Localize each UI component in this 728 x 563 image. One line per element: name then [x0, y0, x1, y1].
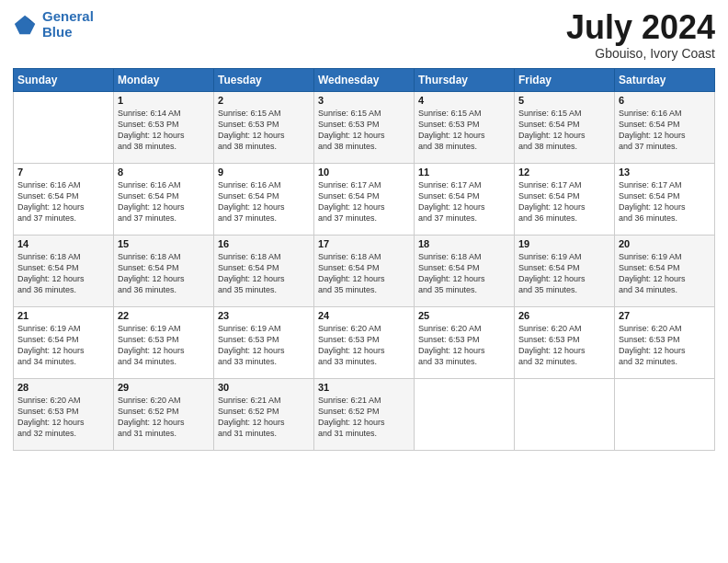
calendar-table: SundayMondayTuesdayWednesdayThursdayFrid…: [13, 68, 715, 451]
day-number: 5: [518, 95, 610, 106]
day-info: Sunrise: 6:17 AM Sunset: 6:54 PM Dayligh…: [418, 179, 510, 224]
day-header-monday: Monday: [114, 68, 214, 91]
day-header-thursday: Thursday: [415, 68, 515, 91]
day-number: 24: [318, 310, 410, 321]
calendar-cell: 13Sunrise: 6:17 AM Sunset: 6:54 PM Dayli…: [615, 163, 715, 235]
svg-marker-0: [15, 15, 35, 34]
day-number: 29: [118, 382, 210, 393]
day-number: 8: [118, 167, 210, 178]
calendar-cell: 22Sunrise: 6:19 AM Sunset: 6:53 PM Dayli…: [114, 306, 214, 378]
day-number: 7: [17, 167, 109, 178]
calendar-cell: 9Sunrise: 6:16 AM Sunset: 6:54 PM Daylig…: [214, 163, 314, 235]
calendar-cell: 12Sunrise: 6:17 AM Sunset: 6:54 PM Dayli…: [515, 163, 615, 235]
day-info: Sunrise: 6:18 AM Sunset: 6:54 PM Dayligh…: [318, 251, 410, 296]
calendar-cell: 14Sunrise: 6:18 AM Sunset: 6:54 PM Dayli…: [14, 235, 114, 306]
day-number: 26: [518, 310, 610, 321]
calendar-cell: 28Sunrise: 6:20 AM Sunset: 6:53 PM Dayli…: [14, 378, 114, 450]
day-number: 30: [218, 382, 310, 393]
day-info: Sunrise: 6:20 AM Sunset: 6:53 PM Dayligh…: [318, 323, 410, 368]
day-number: 27: [619, 310, 711, 321]
day-info: Sunrise: 6:19 AM Sunset: 6:54 PM Dayligh…: [518, 251, 610, 296]
day-info: Sunrise: 6:20 AM Sunset: 6:53 PM Dayligh…: [619, 323, 711, 368]
day-number: 28: [17, 382, 109, 393]
day-header-tuesday: Tuesday: [214, 68, 314, 91]
calendar-cell: 26Sunrise: 6:20 AM Sunset: 6:53 PM Dayli…: [515, 306, 615, 378]
week-row-5: 28Sunrise: 6:20 AM Sunset: 6:53 PM Dayli…: [14, 378, 715, 450]
day-number: 12: [518, 167, 610, 178]
day-info: Sunrise: 6:17 AM Sunset: 6:54 PM Dayligh…: [318, 179, 410, 224]
calendar-cell: [615, 378, 715, 450]
day-number: 2: [218, 95, 310, 106]
calendar-cell: 6Sunrise: 6:16 AM Sunset: 6:54 PM Daylig…: [615, 91, 715, 163]
day-header-sunday: Sunday: [14, 68, 114, 91]
calendar-cell: 8Sunrise: 6:16 AM Sunset: 6:54 PM Daylig…: [114, 163, 214, 235]
calendar-cell: 20Sunrise: 6:19 AM Sunset: 6:54 PM Dayli…: [615, 235, 715, 306]
day-info: Sunrise: 6:18 AM Sunset: 6:54 PM Dayligh…: [17, 251, 109, 296]
day-number: 18: [418, 238, 510, 249]
calendar-cell: 4Sunrise: 6:15 AM Sunset: 6:53 PM Daylig…: [415, 91, 515, 163]
logo-line1: General: [42, 8, 94, 24]
day-info: Sunrise: 6:20 AM Sunset: 6:52 PM Dayligh…: [118, 395, 210, 440]
calendar-cell: 19Sunrise: 6:19 AM Sunset: 6:54 PM Dayli…: [515, 235, 615, 306]
day-number: 20: [619, 238, 711, 249]
day-number: 15: [118, 238, 210, 249]
day-info: Sunrise: 6:16 AM Sunset: 6:54 PM Dayligh…: [118, 179, 210, 224]
calendar-cell: 29Sunrise: 6:20 AM Sunset: 6:52 PM Dayli…: [114, 378, 214, 450]
calendar-cell: 1Sunrise: 6:14 AM Sunset: 6:53 PM Daylig…: [114, 91, 214, 163]
calendar-cell: 2Sunrise: 6:15 AM Sunset: 6:53 PM Daylig…: [214, 91, 314, 163]
calendar-cell: 3Sunrise: 6:15 AM Sunset: 6:53 PM Daylig…: [314, 91, 415, 163]
week-row-2: 7Sunrise: 6:16 AM Sunset: 6:54 PM Daylig…: [14, 163, 715, 235]
day-info: Sunrise: 6:18 AM Sunset: 6:54 PM Dayligh…: [118, 251, 210, 296]
logo: General Blue: [13, 9, 94, 40]
calendar-cell: [415, 378, 515, 450]
day-number: 3: [318, 95, 410, 106]
calendar-cell: 7Sunrise: 6:16 AM Sunset: 6:54 PM Daylig…: [14, 163, 114, 235]
day-number: 31: [318, 382, 410, 393]
logo-icon: [13, 12, 39, 38]
day-header-wednesday: Wednesday: [314, 68, 415, 91]
day-info: Sunrise: 6:17 AM Sunset: 6:54 PM Dayligh…: [518, 179, 610, 224]
page: General Blue July 2024 Gbouiso, Ivory Co…: [0, 0, 728, 460]
day-info: Sunrise: 6:15 AM Sunset: 6:54 PM Dayligh…: [518, 108, 610, 153]
calendar-cell: 18Sunrise: 6:18 AM Sunset: 6:54 PM Dayli…: [415, 235, 515, 306]
calendar-cell: 27Sunrise: 6:20 AM Sunset: 6:53 PM Dayli…: [615, 306, 715, 378]
day-info: Sunrise: 6:19 AM Sunset: 6:53 PM Dayligh…: [218, 323, 310, 368]
day-number: 6: [619, 95, 711, 106]
day-number: 25: [418, 310, 510, 321]
day-info: Sunrise: 6:20 AM Sunset: 6:53 PM Dayligh…: [17, 395, 109, 440]
calendar-cell: 10Sunrise: 6:17 AM Sunset: 6:54 PM Dayli…: [314, 163, 415, 235]
day-number: 9: [218, 167, 310, 178]
month-title: July 2024: [566, 9, 715, 46]
calendar-cell: 15Sunrise: 6:18 AM Sunset: 6:54 PM Dayli…: [114, 235, 214, 306]
logo-text: General Blue: [42, 9, 94, 40]
calendar-cell: 16Sunrise: 6:18 AM Sunset: 6:54 PM Dayli…: [214, 235, 314, 306]
day-info: Sunrise: 6:19 AM Sunset: 6:54 PM Dayligh…: [619, 251, 711, 296]
day-number: 21: [17, 310, 109, 321]
day-header-friday: Friday: [515, 68, 615, 91]
day-number: 19: [518, 238, 610, 249]
day-info: Sunrise: 6:19 AM Sunset: 6:54 PM Dayligh…: [17, 323, 109, 368]
day-info: Sunrise: 6:15 AM Sunset: 6:53 PM Dayligh…: [318, 108, 410, 153]
day-info: Sunrise: 6:16 AM Sunset: 6:54 PM Dayligh…: [619, 108, 711, 153]
day-info: Sunrise: 6:14 AM Sunset: 6:53 PM Dayligh…: [118, 108, 210, 153]
header-row: SundayMondayTuesdayWednesdayThursdayFrid…: [14, 68, 715, 91]
day-info: Sunrise: 6:21 AM Sunset: 6:52 PM Dayligh…: [318, 395, 410, 440]
day-number: 11: [418, 167, 510, 178]
day-number: 13: [619, 167, 711, 178]
calendar-cell: 24Sunrise: 6:20 AM Sunset: 6:53 PM Dayli…: [314, 306, 415, 378]
day-info: Sunrise: 6:21 AM Sunset: 6:52 PM Dayligh…: [218, 395, 310, 440]
day-number: 22: [118, 310, 210, 321]
calendar-cell: [14, 91, 114, 163]
day-info: Sunrise: 6:19 AM Sunset: 6:53 PM Dayligh…: [118, 323, 210, 368]
day-info: Sunrise: 6:15 AM Sunset: 6:53 PM Dayligh…: [418, 108, 510, 153]
calendar-cell: 30Sunrise: 6:21 AM Sunset: 6:52 PM Dayli…: [214, 378, 314, 450]
day-info: Sunrise: 6:20 AM Sunset: 6:53 PM Dayligh…: [518, 323, 610, 368]
logo-line2: Blue: [42, 24, 73, 40]
day-number: 4: [418, 95, 510, 106]
day-info: Sunrise: 6:17 AM Sunset: 6:54 PM Dayligh…: [619, 179, 711, 224]
day-number: 1: [118, 95, 210, 106]
day-info: Sunrise: 6:20 AM Sunset: 6:53 PM Dayligh…: [418, 323, 510, 368]
day-number: 10: [318, 167, 410, 178]
calendar-cell: 11Sunrise: 6:17 AM Sunset: 6:54 PM Dayli…: [415, 163, 515, 235]
day-number: 17: [318, 238, 410, 249]
